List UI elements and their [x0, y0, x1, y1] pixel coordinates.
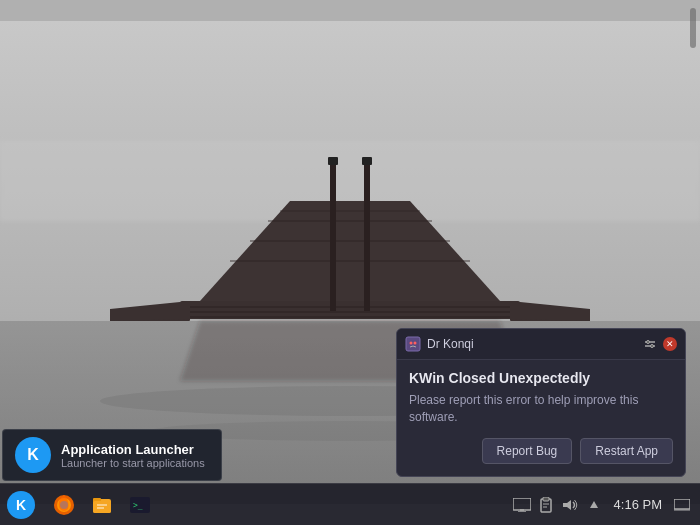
launcher-subtitle: Launcher to start applications	[61, 457, 205, 469]
crash-description: Please report this error to help improve…	[409, 392, 673, 426]
svg-rect-19	[362, 157, 372, 165]
launcher-title: Application Launcher	[61, 442, 205, 457]
dr-konqi-body: KWin Closed Unexpectedly Please report t…	[397, 360, 685, 476]
svg-rect-49	[674, 499, 690, 509]
svg-marker-48	[590, 501, 598, 508]
taskbar-clock[interactable]: 4:16 PM	[608, 497, 668, 512]
crash-action-buttons: Report Bug Restart App	[409, 438, 673, 464]
svg-rect-6	[180, 306, 520, 308]
tray-volume-icon[interactable]	[560, 495, 580, 515]
svg-rect-23	[406, 337, 420, 351]
kde-logo: K	[7, 491, 35, 519]
konqi-window-title: Dr Konqi	[427, 337, 635, 351]
svg-rect-16	[330, 161, 336, 311]
svg-rect-40	[513, 498, 531, 510]
show-desktop-icon[interactable]	[672, 495, 692, 515]
svg-rect-50	[674, 509, 690, 511]
tray-expand-icon[interactable]	[584, 495, 604, 515]
konqi-icon	[405, 336, 421, 352]
tray-screen-icon[interactable]	[512, 495, 532, 515]
header-controls: ✕	[641, 335, 677, 353]
svg-text:>_: >_	[133, 501, 143, 510]
svg-point-25	[414, 342, 417, 345]
svg-rect-44	[543, 497, 549, 501]
svg-rect-35	[93, 501, 111, 513]
konqi-settings-btn[interactable]	[641, 335, 659, 353]
svg-marker-47	[563, 500, 571, 510]
svg-point-28	[647, 341, 650, 344]
svg-rect-18	[328, 157, 338, 165]
app-launcher-popup: K Application Launcher Launcher to start…	[2, 429, 222, 481]
taskbar-terminal[interactable]: >_	[122, 487, 158, 523]
system-tray: 4:16 PM	[512, 495, 700, 515]
svg-point-29	[651, 345, 654, 348]
dr-konqi-header: Dr Konqi ✕	[397, 329, 685, 360]
crash-title: KWin Closed Unexpectedly	[409, 370, 673, 386]
tray-clipboard-icon[interactable]	[536, 495, 556, 515]
svg-point-24	[410, 342, 413, 345]
konqi-close-button[interactable]: ✕	[663, 337, 677, 351]
restart-app-button[interactable]: Restart App	[580, 438, 673, 464]
svg-rect-17	[364, 161, 370, 311]
taskbar: K	[0, 483, 700, 525]
taskbar-files[interactable]	[84, 487, 120, 523]
taskbar-apps: >_	[42, 487, 512, 523]
desktop: K Application Launcher Launcher to start…	[0, 0, 700, 525]
app-launcher-button[interactable]: K	[0, 484, 42, 526]
launcher-icon: K	[15, 437, 51, 473]
svg-rect-8	[180, 316, 520, 318]
launcher-text: Application Launcher Launcher to start a…	[61, 442, 205, 469]
svg-rect-7	[180, 311, 520, 313]
report-bug-button[interactable]: Report Bug	[482, 438, 573, 464]
dr-konqi-dialog: Dr Konqi ✕ KWin Closed Unexpectedly Plea…	[396, 328, 686, 477]
desktop-scrollbar[interactable]	[690, 8, 696, 48]
taskbar-firefox[interactable]	[46, 487, 82, 523]
